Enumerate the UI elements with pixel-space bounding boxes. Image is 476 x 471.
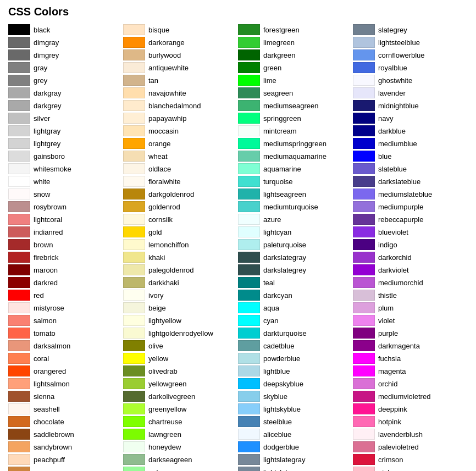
color-swatch: [353, 391, 375, 402]
color-name: darkslateblue: [378, 178, 420, 186]
color-name: palevioletred: [378, 443, 419, 451]
color-swatch: [8, 391, 30, 402]
color-name: ivory: [148, 291, 163, 300]
color-name: orangered: [34, 367, 66, 375]
color-row: cadetblue: [238, 340, 353, 352]
color-row: darkkhaki: [123, 276, 238, 289]
color-name: red: [34, 291, 44, 300]
color-name: mediumspringgreen: [263, 140, 326, 148]
color-swatch: [8, 214, 30, 225]
color-swatch: [8, 37, 30, 48]
color-row: lightslategrey: [238, 466, 353, 471]
color-row: brown: [8, 239, 123, 251]
color-name: chocolate: [34, 418, 64, 426]
color-row: blueviolet: [353, 226, 468, 238]
color-name: darkkhaki: [148, 279, 179, 287]
color-row: tomato: [8, 327, 123, 339]
color-name: fuchsia: [378, 354, 401, 363]
color-swatch: [8, 403, 30, 414]
color-swatch: [123, 75, 145, 86]
color-swatch: [238, 290, 260, 301]
color-row: navy: [353, 112, 468, 124]
color-name: lightyellow: [148, 317, 181, 325]
color-name: aquamarine: [263, 165, 301, 173]
color-name: purple: [378, 329, 398, 337]
color-row: lightcoral: [8, 213, 123, 225]
color-row: dimgrey: [8, 49, 123, 61]
color-row: palegoldenrod: [123, 264, 238, 276]
color-row: firebrick: [8, 251, 123, 263]
color-name: floralwhite: [148, 178, 181, 186]
color-swatch: [353, 189, 375, 200]
color-name: navajowhite: [148, 89, 186, 97]
color-row: blue: [353, 150, 468, 162]
color-name: sandybrown: [34, 443, 72, 451]
color-swatch: [353, 201, 375, 212]
color-name: rebeccapurple: [378, 215, 423, 224]
color-name: oldlace: [148, 165, 171, 173]
color-swatch: [353, 75, 375, 86]
color-name: lavenderblush: [378, 430, 423, 439]
color-row: yellowgreen: [123, 378, 238, 390]
color-swatch: [353, 138, 375, 149]
color-name: lightgoldenrodyellow: [148, 329, 213, 337]
color-name: mediumorchid: [378, 279, 423, 287]
color-row: peachpuff: [8, 453, 123, 466]
color-row: magenta: [353, 365, 468, 377]
color-swatch: [123, 226, 145, 237]
color-name: dimgrey: [34, 51, 59, 59]
color-swatch: [8, 113, 30, 124]
color-name: seashell: [34, 405, 60, 413]
color-name: darkslategrey: [263, 266, 306, 274]
color-row: peru: [8, 466, 123, 471]
color-swatch: [238, 429, 260, 440]
color-name: indianred: [34, 228, 63, 236]
color-row: darkgrey: [8, 99, 123, 112]
color-swatch: [353, 49, 375, 60]
color-row: darkolivegreen: [123, 390, 238, 402]
color-swatch: [8, 302, 30, 313]
color-name: teal: [263, 279, 275, 287]
color-row: darkblue: [353, 125, 468, 137]
color-name: mediumvioletred: [378, 392, 430, 401]
color-name: mediumaquamarine: [263, 152, 326, 160]
color-row: darkorchid: [353, 251, 468, 263]
color-row: midnightblue: [353, 99, 468, 112]
color-swatch: [123, 252, 145, 263]
color-swatch: [238, 340, 260, 351]
color-swatch: [123, 378, 145, 389]
color-name: salmon: [34, 317, 57, 325]
color-name: cyan: [263, 317, 278, 325]
color-row: mediumpurple: [353, 201, 468, 213]
color-name: grey: [34, 76, 47, 85]
color-name: lightseagreen: [263, 190, 306, 198]
column-2: forestgreenlimegreendarkgreengreenlimese…: [238, 24, 353, 471]
color-row: darkorange: [123, 36, 238, 48]
color-name: greenyellow: [148, 405, 186, 413]
color-name: yellow: [148, 354, 168, 363]
color-swatch: [123, 62, 145, 73]
color-swatch: [238, 277, 260, 288]
color-swatch: [8, 290, 30, 301]
color-swatch: [8, 365, 30, 376]
color-row: lightslategray: [238, 453, 353, 466]
color-name: hotpink: [378, 418, 401, 426]
color-row: mediumspringgreen: [238, 137, 353, 149]
color-row: navajowhite: [123, 87, 238, 99]
color-swatch: [8, 454, 30, 465]
color-name: steelblue: [263, 418, 292, 426]
color-row: lightgray: [8, 125, 123, 137]
color-swatch: [123, 87, 145, 98]
color-name: burlywood: [148, 51, 181, 59]
color-row: darkgreen: [238, 49, 353, 61]
color-name: chartreuse: [148, 418, 182, 426]
page-title: CSS Colors: [8, 5, 468, 18]
color-swatch: [238, 302, 260, 313]
color-swatch: [123, 176, 145, 187]
color-swatch: [8, 429, 30, 440]
color-swatch: [238, 49, 260, 60]
color-name: skyblue: [263, 392, 287, 401]
color-row: forestgreen: [238, 24, 353, 36]
color-name: maroon: [34, 266, 58, 274]
color-name: deepskyblue: [263, 380, 303, 388]
